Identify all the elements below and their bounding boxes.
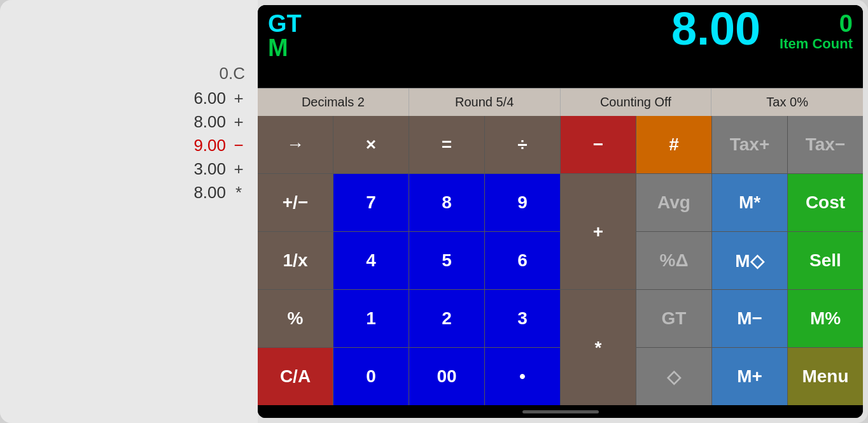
gt-button[interactable]: GT <box>636 290 711 347</box>
tax-minus-button[interactable]: Tax− <box>788 116 863 173</box>
display-area: GT M 8.00 0 Item Count <box>258 5 863 88</box>
m-diamond-button[interactable]: M◇ <box>712 232 787 289</box>
ca-button[interactable]: C/A <box>258 348 333 405</box>
double-zero-button[interactable]: 00 <box>409 348 484 405</box>
display-labels: GT M <box>268 11 302 60</box>
diamond-button[interactable]: ◇ <box>636 348 711 405</box>
bottom-bar <box>258 405 863 418</box>
multiply-button[interactable]: × <box>333 116 409 173</box>
round-mode[interactable]: Round 5/4 <box>409 89 561 116</box>
minus-button[interactable]: − <box>561 116 636 173</box>
decimals-mode[interactable]: Decimals 2 <box>258 89 409 116</box>
history-row-3: 9.00 − <box>175 136 245 155</box>
counting-mode[interactable]: Counting Off <box>561 89 712 116</box>
eight-button[interactable]: 8 <box>409 174 484 231</box>
nine-button[interactable]: 9 <box>485 174 560 231</box>
one-button[interactable]: 1 <box>333 290 409 347</box>
three-button[interactable]: 3 <box>485 290 560 347</box>
arrow-button[interactable]: → <box>258 116 333 173</box>
item-count-label: Item Count <box>780 36 853 52</box>
main-display-value: 8.00 <box>671 6 760 52</box>
history-row-5: 8.00 * <box>175 183 245 203</box>
tax-mode[interactable]: Tax 0% <box>711 89 863 116</box>
six-button[interactable]: 6 <box>485 232 560 289</box>
m-pct-button[interactable]: M% <box>788 290 863 347</box>
history-row-4: 3.00 + <box>175 159 245 179</box>
two-button[interactable]: 2 <box>409 290 484 347</box>
star-button[interactable]: * <box>561 290 636 405</box>
item-count-number: 0 <box>839 11 853 36</box>
hash-button[interactable]: # <box>636 116 711 173</box>
plus-minus-button[interactable]: +/− <box>258 174 333 231</box>
one-over-x-button[interactable]: 1/x <box>258 232 333 289</box>
history-op-2: + <box>232 112 245 132</box>
history-value-3: 9.00 <box>175 136 226 155</box>
sell-button[interactable]: Sell <box>788 232 863 289</box>
equals-button[interactable]: = <box>409 116 484 173</box>
item-count-area: 0 Item Count <box>780 11 853 52</box>
history-row-2: 8.00 + <box>175 112 245 132</box>
pct-delta-button[interactable]: %Δ <box>636 232 711 289</box>
history-0c-label: 0.C <box>220 64 245 83</box>
m-minus-button[interactable]: M− <box>712 290 787 347</box>
plus-button[interactable]: + <box>561 174 636 289</box>
history-value-5: 8.00 <box>175 183 226 203</box>
zero-button[interactable]: 0 <box>333 348 409 405</box>
percent-button[interactable]: % <box>258 290 333 347</box>
history-op-1: + <box>232 89 245 108</box>
device: 0.C 6.00 + 8.00 + 9.00 − 3.00 + 8.00 * G… <box>0 0 868 423</box>
calculator-panel: GT M 8.00 0 Item Count Decimals 2 Round … <box>258 5 863 418</box>
mode-row: Decimals 2 Round 5/4 Counting Off Tax 0% <box>258 88 863 116</box>
history-value-1: 6.00 <box>175 89 226 108</box>
history-op-5: * <box>232 183 245 203</box>
bottom-indicator <box>522 410 599 413</box>
avg-button[interactable]: Avg <box>636 174 711 231</box>
four-button[interactable]: 4 <box>333 232 409 289</box>
history-op-4: + <box>232 159 245 179</box>
seven-button[interactable]: 7 <box>333 174 409 231</box>
gt-label: GT <box>268 11 302 36</box>
history-op-3: − <box>232 136 245 155</box>
m-label: M <box>268 36 302 60</box>
dot-button[interactable]: • <box>485 348 560 405</box>
m-star-button[interactable]: M* <box>712 174 787 231</box>
history-row-1: 6.00 + <box>175 89 245 108</box>
cost-button[interactable]: Cost <box>788 174 863 231</box>
m-plus-button[interactable]: M+ <box>712 348 787 405</box>
history-value-4: 3.00 <box>175 159 226 179</box>
history-value-2: 8.00 <box>175 112 226 132</box>
history-panel: 0.C 6.00 + 8.00 + 9.00 − 3.00 + 8.00 * <box>0 0 258 423</box>
menu-button[interactable]: Menu <box>788 348 863 405</box>
divide-button[interactable]: ÷ <box>485 116 560 173</box>
button-grid: → × = ÷ − # Tax+ Tax− +/− 7 8 9 + Avg M*… <box>258 116 863 405</box>
tax-plus-button[interactable]: Tax+ <box>712 116 787 173</box>
five-button[interactable]: 5 <box>409 232 484 289</box>
